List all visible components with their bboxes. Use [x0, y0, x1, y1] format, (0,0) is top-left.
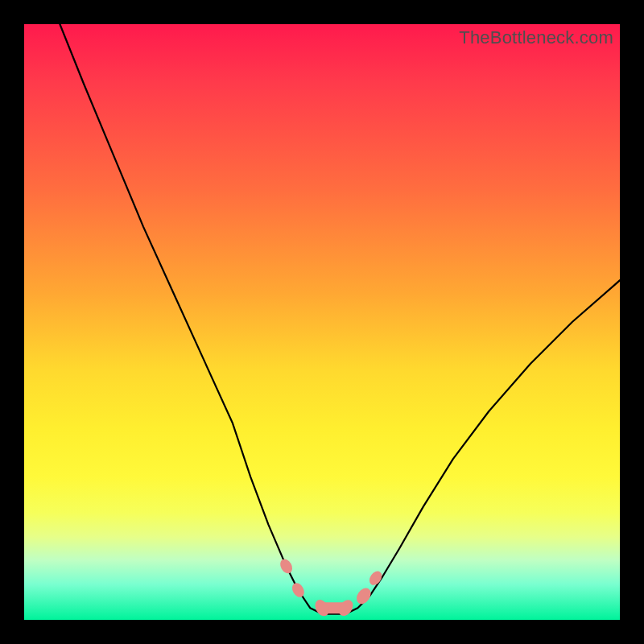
- watermark-text: TheBottleneck.com: [459, 27, 613, 48]
- svg-point-3: [312, 597, 332, 618]
- svg-point-2: [290, 580, 307, 599]
- svg-point-5: [353, 585, 374, 606]
- svg-point-4: [336, 597, 356, 618]
- chart-plot-area: TheBottleneck.com: [24, 24, 620, 620]
- svg-point-1: [278, 557, 295, 576]
- highlight-markers: [278, 557, 384, 619]
- curve-line: [60, 24, 620, 614]
- svg-point-6: [367, 569, 385, 588]
- bottleneck-curve: [24, 24, 620, 620]
- chart-frame: TheBottleneck.com: [0, 0, 644, 644]
